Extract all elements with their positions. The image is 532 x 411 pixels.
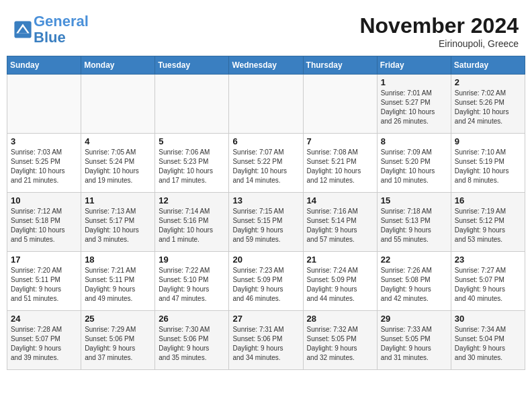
calendar-week-row: 17Sunrise: 7:20 AM Sunset: 5:11 PM Dayli… bbox=[7, 252, 525, 311]
day-info: Sunrise: 7:19 AM Sunset: 5:12 PM Dayligh… bbox=[455, 207, 521, 244]
day-info: Sunrise: 7:05 AM Sunset: 5:24 PM Dayligh… bbox=[85, 148, 151, 185]
calendar-cell: 1Sunrise: 7:01 AM Sunset: 5:27 PM Daylig… bbox=[377, 75, 451, 134]
calendar-cell: 8Sunrise: 7:09 AM Sunset: 5:20 PM Daylig… bbox=[377, 134, 451, 193]
calendar-week-row: 3Sunrise: 7:03 AM Sunset: 5:25 PM Daylig… bbox=[7, 134, 525, 193]
title-block: November 2024 Eirinoupoli, Greece bbox=[359, 13, 519, 49]
calendar-cell: 10Sunrise: 7:12 AM Sunset: 5:18 PM Dayli… bbox=[7, 193, 81, 252]
page-header: General Blue November 2024 Eirinoupoli, … bbox=[7, 7, 525, 52]
day-info: Sunrise: 7:26 AM Sunset: 5:08 PM Dayligh… bbox=[381, 266, 447, 304]
day-number: 15 bbox=[381, 195, 447, 205]
weekday-header: Friday bbox=[377, 56, 451, 75]
day-number: 6 bbox=[232, 136, 299, 146]
calendar-cell: 24Sunrise: 7:28 AM Sunset: 5:07 PM Dayli… bbox=[7, 311, 81, 370]
weekday-header: Monday bbox=[81, 56, 155, 75]
day-info: Sunrise: 7:18 AM Sunset: 5:13 PM Dayligh… bbox=[381, 207, 447, 244]
day-info: Sunrise: 7:30 AM Sunset: 5:06 PM Dayligh… bbox=[159, 325, 225, 363]
day-info: Sunrise: 7:21 AM Sunset: 5:11 PM Dayligh… bbox=[85, 266, 151, 304]
day-info: Sunrise: 7:22 AM Sunset: 5:10 PM Dayligh… bbox=[159, 266, 225, 304]
weekday-header: Tuesday bbox=[155, 56, 229, 75]
day-number: 20 bbox=[232, 255, 299, 265]
day-number: 21 bbox=[307, 255, 373, 265]
day-number: 4 bbox=[85, 136, 151, 146]
calendar-header-row: SundayMondayTuesdayWednesdayThursdayFrid… bbox=[7, 56, 525, 75]
calendar-cell: 18Sunrise: 7:21 AM Sunset: 5:11 PM Dayli… bbox=[81, 252, 155, 311]
weekday-header: Saturday bbox=[451, 56, 525, 75]
day-info: Sunrise: 7:27 AM Sunset: 5:07 PM Dayligh… bbox=[455, 266, 521, 304]
location: Eirinoupoli, Greece bbox=[359, 38, 519, 49]
calendar-cell: 5Sunrise: 7:06 AM Sunset: 5:23 PM Daylig… bbox=[155, 134, 229, 193]
calendar-cell bbox=[7, 75, 81, 134]
day-info: Sunrise: 7:08 AM Sunset: 5:21 PM Dayligh… bbox=[307, 148, 373, 185]
calendar-cell: 3Sunrise: 7:03 AM Sunset: 5:25 PM Daylig… bbox=[7, 134, 81, 193]
calendar-cell: 30Sunrise: 7:34 AM Sunset: 5:04 PM Dayli… bbox=[451, 311, 525, 370]
calendar-cell: 26Sunrise: 7:30 AM Sunset: 5:06 PM Dayli… bbox=[155, 311, 229, 370]
weekday-header: Wednesday bbox=[229, 56, 303, 75]
day-info: Sunrise: 7:33 AM Sunset: 5:05 PM Dayligh… bbox=[381, 325, 447, 363]
calendar-week-row: 10Sunrise: 7:12 AM Sunset: 5:18 PM Dayli… bbox=[7, 193, 525, 252]
calendar-cell: 21Sunrise: 7:24 AM Sunset: 5:09 PM Dayli… bbox=[303, 252, 377, 311]
day-info: Sunrise: 7:02 AM Sunset: 5:26 PM Dayligh… bbox=[455, 89, 521, 126]
day-info: Sunrise: 7:29 AM Sunset: 5:06 PM Dayligh… bbox=[85, 325, 151, 363]
day-info: Sunrise: 7:23 AM Sunset: 5:09 PM Dayligh… bbox=[232, 266, 299, 304]
day-info: Sunrise: 7:06 AM Sunset: 5:23 PM Dayligh… bbox=[159, 148, 225, 185]
day-number: 5 bbox=[159, 136, 225, 146]
calendar-cell: 27Sunrise: 7:31 AM Sunset: 5:06 PM Dayli… bbox=[229, 311, 303, 370]
calendar-cell: 16Sunrise: 7:19 AM Sunset: 5:12 PM Dayli… bbox=[451, 193, 525, 252]
day-number: 3 bbox=[11, 136, 77, 146]
logo-icon bbox=[13, 20, 32, 39]
day-number: 30 bbox=[455, 314, 521, 324]
day-number: 16 bbox=[455, 195, 521, 205]
calendar-cell: 6Sunrise: 7:07 AM Sunset: 5:22 PM Daylig… bbox=[229, 134, 303, 193]
calendar-cell: 25Sunrise: 7:29 AM Sunset: 5:06 PM Dayli… bbox=[81, 311, 155, 370]
calendar-cell: 14Sunrise: 7:16 AM Sunset: 5:14 PM Dayli… bbox=[303, 193, 377, 252]
weekday-header: Sunday bbox=[7, 56, 81, 75]
calendar-cell: 2Sunrise: 7:02 AM Sunset: 5:26 PM Daylig… bbox=[451, 75, 525, 134]
day-number: 11 bbox=[85, 195, 151, 205]
day-info: Sunrise: 7:31 AM Sunset: 5:06 PM Dayligh… bbox=[232, 325, 299, 363]
day-info: Sunrise: 7:28 AM Sunset: 5:07 PM Dayligh… bbox=[11, 325, 77, 363]
day-number: 24 bbox=[11, 314, 77, 324]
day-number: 25 bbox=[85, 314, 151, 324]
logo-line1: General bbox=[34, 13, 89, 30]
day-number: 26 bbox=[159, 314, 225, 324]
day-number: 14 bbox=[307, 195, 373, 205]
day-number: 19 bbox=[159, 255, 225, 265]
day-info: Sunrise: 7:20 AM Sunset: 5:11 PM Dayligh… bbox=[11, 266, 77, 304]
calendar-cell: 13Sunrise: 7:15 AM Sunset: 5:15 PM Dayli… bbox=[229, 193, 303, 252]
calendar-table: SundayMondayTuesdayWednesdayThursdayFrid… bbox=[7, 56, 525, 370]
day-number: 12 bbox=[159, 195, 225, 205]
day-number: 13 bbox=[232, 195, 299, 205]
calendar-cell: 22Sunrise: 7:26 AM Sunset: 5:08 PM Dayli… bbox=[377, 252, 451, 311]
calendar-cell bbox=[303, 75, 377, 134]
day-info: Sunrise: 7:24 AM Sunset: 5:09 PM Dayligh… bbox=[307, 266, 373, 304]
calendar-cell: 12Sunrise: 7:14 AM Sunset: 5:16 PM Dayli… bbox=[155, 193, 229, 252]
calendar-cell: 15Sunrise: 7:18 AM Sunset: 5:13 PM Dayli… bbox=[377, 193, 451, 252]
day-number: 10 bbox=[11, 195, 77, 205]
day-number: 27 bbox=[232, 314, 299, 324]
day-number: 23 bbox=[455, 255, 521, 265]
month-title: November 2024 bbox=[359, 13, 519, 38]
day-info: Sunrise: 7:01 AM Sunset: 5:27 PM Dayligh… bbox=[381, 89, 447, 126]
day-info: Sunrise: 7:32 AM Sunset: 5:05 PM Dayligh… bbox=[307, 325, 373, 363]
day-info: Sunrise: 7:16 AM Sunset: 5:14 PM Dayligh… bbox=[307, 207, 373, 244]
calendar-cell: 20Sunrise: 7:23 AM Sunset: 5:09 PM Dayli… bbox=[229, 252, 303, 311]
day-number: 18 bbox=[85, 255, 151, 265]
day-info: Sunrise: 7:09 AM Sunset: 5:20 PM Dayligh… bbox=[381, 148, 447, 185]
day-info: Sunrise: 7:07 AM Sunset: 5:22 PM Dayligh… bbox=[232, 148, 299, 185]
day-info: Sunrise: 7:15 AM Sunset: 5:15 PM Dayligh… bbox=[232, 207, 299, 244]
day-number: 28 bbox=[307, 314, 373, 324]
calendar-cell bbox=[155, 75, 229, 134]
weekday-header: Thursday bbox=[303, 56, 377, 75]
day-number: 1 bbox=[381, 77, 447, 87]
day-number: 2 bbox=[455, 77, 521, 87]
day-info: Sunrise: 7:12 AM Sunset: 5:18 PM Dayligh… bbox=[11, 207, 77, 244]
calendar-cell: 17Sunrise: 7:20 AM Sunset: 5:11 PM Dayli… bbox=[7, 252, 81, 311]
day-info: Sunrise: 7:14 AM Sunset: 5:16 PM Dayligh… bbox=[159, 207, 225, 244]
logo-text: General Blue bbox=[34, 13, 89, 46]
day-number: 9 bbox=[455, 136, 521, 146]
day-number: 7 bbox=[307, 136, 373, 146]
calendar-cell: 4Sunrise: 7:05 AM Sunset: 5:24 PM Daylig… bbox=[81, 134, 155, 193]
calendar-cell: 7Sunrise: 7:08 AM Sunset: 5:21 PM Daylig… bbox=[303, 134, 377, 193]
logo: General Blue bbox=[13, 13, 89, 46]
calendar-cell bbox=[229, 75, 303, 134]
